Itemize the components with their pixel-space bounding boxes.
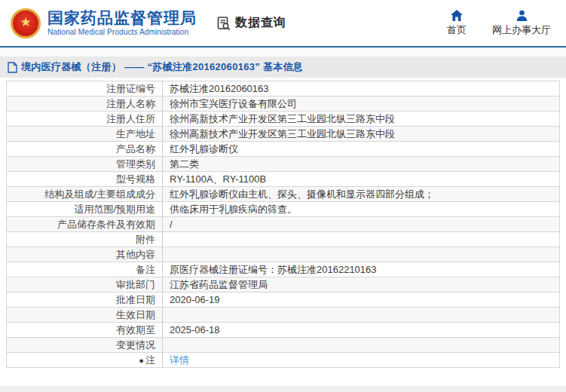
header-sub-strip bbox=[0, 47, 566, 57]
registration-info-table: 注册证编号苏械注准20162060163注册人名称徐州市宝兴医疗设备有限公司注册… bbox=[6, 81, 560, 368]
page-footer-strip bbox=[0, 386, 566, 392]
row-label: 生效日期 bbox=[7, 308, 163, 323]
row-value: 徐州高新技术产业开发区第三工业园北纵三路东中段 bbox=[163, 112, 560, 127]
row-value: 徐州高新技术产业开发区第三工业园北纵三路东中段 bbox=[163, 127, 560, 142]
row-label: 变更情况 bbox=[7, 338, 163, 353]
row-value: 徐州市宝兴医疗设备有限公司 bbox=[163, 96, 560, 112]
row-label: 产品名称 bbox=[7, 142, 163, 157]
site-subtitle: National Medical Products Administration bbox=[47, 27, 197, 37]
page-title: 境内医疗器械（注册） —— “苏械注准20162060163” 基本信息 bbox=[21, 60, 303, 74]
nav-home-label: 首页 bbox=[447, 23, 467, 37]
row-label: 有效期至 bbox=[7, 323, 163, 338]
row-label: 注册证编号 bbox=[7, 81, 163, 96]
document-icon bbox=[8, 62, 17, 73]
row-label: 注册人名称 bbox=[7, 96, 163, 112]
table-row: 型号规格RY-1100A、RY-1100B bbox=[7, 172, 560, 187]
china-national-emblem-icon: ★ bbox=[11, 8, 41, 38]
row-value: / bbox=[163, 217, 560, 232]
nav-item-service-hall[interactable]: 网上办事大厅 bbox=[492, 10, 551, 37]
row-value: 江苏省药品监督管理局 bbox=[163, 277, 560, 292]
row-label: 批准日期 bbox=[7, 292, 163, 308]
row-label: ●注 bbox=[7, 353, 163, 368]
table-row: 批准日期2020-06-19 bbox=[7, 292, 560, 308]
table-row: 生产地址徐州高新技术产业开发区第三工业园北纵三路东中段 bbox=[7, 127, 560, 142]
table-row: 生效日期 bbox=[7, 308, 560, 323]
table-row: 审批部门江苏省药品监督管理局 bbox=[7, 277, 560, 292]
result-title-bar: 境内医疗器械（注册） —— “苏械注准20162060163” 基本信息 bbox=[0, 57, 566, 78]
row-label: 型号规格 bbox=[7, 172, 163, 187]
row-label: 产品储存条件及有效期 bbox=[7, 217, 163, 232]
row-value: 原医疗器械注册证编号：苏械注准20162210163 bbox=[163, 262, 560, 277]
table-row: 变更情况 bbox=[7, 338, 560, 353]
row-value: 红外乳腺诊断仪由主机、探头、摄像机和显示器四部分组成； bbox=[163, 187, 560, 202]
table-row: 附件 bbox=[7, 232, 560, 247]
row-value: 详情 bbox=[163, 353, 560, 368]
table-row: 适用范围/预期用途供临床用于乳腺疾病的筛查。 bbox=[7, 202, 560, 217]
table-row: 产品储存条件及有效期/ bbox=[7, 217, 560, 232]
data-query-label: 数据查询 bbox=[235, 15, 286, 31]
row-label: 附件 bbox=[7, 232, 163, 247]
table-row: 产品名称红外乳腺诊断仪 bbox=[7, 142, 560, 157]
table-row: 管理类别第二类 bbox=[7, 157, 560, 172]
row-value: 第二类 bbox=[163, 157, 560, 172]
data-query-section[interactable]: 数据查询 bbox=[216, 15, 286, 31]
row-value bbox=[163, 232, 560, 247]
row-value: 红外乳腺诊断仪 bbox=[163, 142, 560, 157]
row-label: 管理类别 bbox=[7, 157, 163, 172]
row-label: 注册人住所 bbox=[7, 112, 163, 127]
info-table-body: 注册证编号苏械注准20162060163注册人名称徐州市宝兴医疗设备有限公司注册… bbox=[7, 81, 560, 368]
row-value bbox=[163, 338, 560, 353]
row-value: 2025-06-18 bbox=[163, 323, 560, 338]
table-row: 结构及组成/主要组成成分红外乳腺诊断仪由主机、探头、摄像机和显示器四部分组成； bbox=[7, 187, 560, 202]
table-row: 其他内容 bbox=[7, 247, 560, 262]
site-title: 国家药品监督管理局 bbox=[47, 9, 197, 27]
doc-search-icon bbox=[216, 16, 231, 31]
nav-service-hall-label: 网上办事大厅 bbox=[492, 23, 551, 37]
site-header: ★ 国家药品监督管理局 National Medical Products Ad… bbox=[0, 0, 566, 47]
nav-item-home[interactable]: 首页 bbox=[447, 10, 467, 37]
table-row: 注册人住所徐州高新技术产业开发区第三工业园北纵三路东中段 bbox=[7, 112, 560, 127]
row-value: 供临床用于乳腺疾病的筛查。 bbox=[163, 202, 560, 217]
row-label: 审批部门 bbox=[7, 277, 163, 292]
table-row: ●注详情 bbox=[7, 353, 560, 368]
row-value bbox=[163, 308, 560, 323]
row-label: 结构及组成/主要组成成分 bbox=[7, 187, 163, 202]
home-icon bbox=[451, 10, 463, 21]
table-row: 注册证编号苏械注准20162060163 bbox=[7, 81, 560, 96]
row-label: 适用范围/预期用途 bbox=[7, 202, 163, 217]
top-nav: 首页 网上办事大厅 bbox=[447, 10, 551, 37]
table-row: 备注原医疗器械注册证编号：苏械注准20162210163 bbox=[7, 262, 560, 277]
row-value: 2020-06-19 bbox=[163, 292, 560, 308]
detail-link[interactable]: 详情 bbox=[170, 354, 189, 366]
row-label: 生产地址 bbox=[7, 127, 163, 142]
user-icon bbox=[516, 10, 528, 21]
row-value bbox=[163, 247, 560, 262]
table-row: 有效期至2025-06-18 bbox=[7, 323, 560, 338]
row-value: 苏械注准20162060163 bbox=[163, 81, 560, 96]
row-label: 其他内容 bbox=[7, 247, 163, 262]
note-bullet-icon: ● bbox=[139, 356, 144, 365]
table-row: 注册人名称徐州市宝兴医疗设备有限公司 bbox=[7, 96, 560, 112]
row-label: 备注 bbox=[7, 262, 163, 277]
nmpa-logo[interactable]: ★ 国家药品监督管理局 National Medical Products Ad… bbox=[11, 8, 197, 38]
row-value: RY-1100A、RY-1100B bbox=[163, 172, 560, 187]
